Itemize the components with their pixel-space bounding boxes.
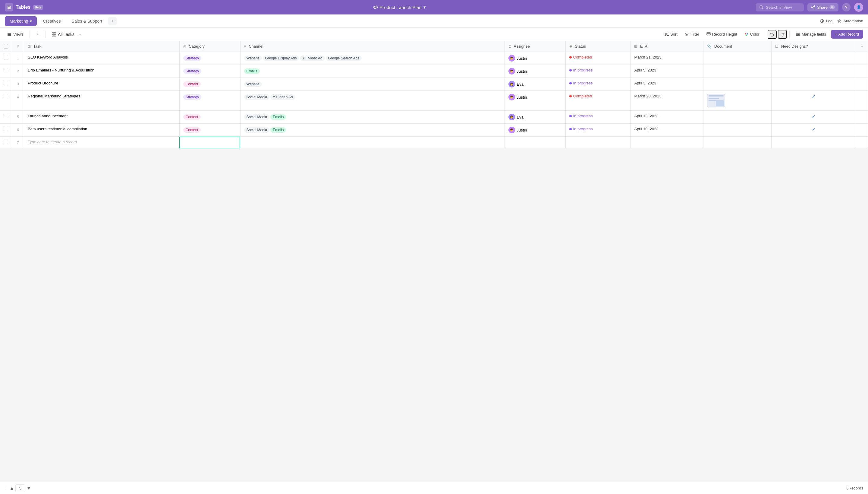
channel-cell[interactable]: Website (240, 78, 505, 91)
row-checkbox[interactable] (4, 127, 8, 131)
add-record-button[interactable]: + Add Record (831, 30, 863, 39)
manage-fields-button[interactable]: Manage fields (792, 30, 830, 38)
tab-marketing[interactable]: Marketing ▾ (5, 16, 37, 26)
eta-col-header[interactable]: ▦ ETA (631, 41, 704, 52)
need-designs-col-header[interactable]: ☑ Need Designs? (772, 41, 856, 52)
document-cell[interactable] (704, 78, 772, 91)
record-height-button[interactable]: Record Height (704, 30, 740, 38)
assignee-cell[interactable]: 👦Justin (505, 124, 566, 137)
filter-button[interactable]: Filter (682, 30, 702, 38)
channel-cell[interactable]: Social MediaYT Video Ad (240, 91, 505, 111)
task-cell[interactable]: Regional Marketing Strategies (24, 91, 180, 111)
help-button[interactable]: ? (842, 3, 850, 12)
category-col-header[interactable]: ◎ Category (179, 41, 240, 52)
automation-button[interactable]: Automation (837, 19, 863, 23)
row-checkbox[interactable] (4, 94, 8, 98)
need-designs-check: ✓ (812, 94, 815, 99)
task-cell[interactable]: Launch announcement (24, 111, 180, 124)
category-cell[interactable]: Content (179, 124, 240, 137)
app-logo[interactable]: ⊞ Tables Beta (5, 3, 43, 12)
new-record-row[interactable]: 7 Type here to create a record (0, 137, 868, 148)
svg-rect-11 (54, 34, 56, 36)
add-tab-button[interactable]: + (108, 17, 117, 25)
eta-cell[interactable]: March 20, 2023 (631, 91, 704, 111)
document-col-label: Document (714, 44, 732, 49)
channel-tag: Google Display Ads (263, 56, 299, 61)
assignee-cell[interactable]: 👩Eva (505, 78, 566, 91)
channel-cell[interactable]: Social MediaEmails (240, 111, 505, 124)
category-cell[interactable]: Strategy (179, 91, 240, 111)
need-designs-cell[interactable]: ✓ (772, 111, 856, 124)
need-designs-check: ✓ (812, 114, 815, 119)
status-cell[interactable]: Completed (566, 91, 631, 111)
need-designs-cell[interactable]: ✓ (772, 124, 856, 137)
assignee-col-header[interactable]: ⊙ Assignee (505, 41, 566, 52)
channel-cell[interactable]: Social MediaEmails (240, 124, 505, 137)
category-cell[interactable]: Content (179, 111, 240, 124)
need-designs-cell[interactable] (772, 78, 856, 91)
add-view-button[interactable]: + (34, 30, 42, 38)
share-button[interactable]: Share 6 (807, 3, 839, 12)
row-checkbox[interactable] (4, 114, 8, 118)
document-col-header[interactable]: 📎 Document (704, 41, 772, 52)
row-checkbox[interactable] (4, 81, 8, 86)
document-cell[interactable] (704, 124, 772, 137)
tab-sales-support[interactable]: Sales & Support (67, 16, 107, 26)
document-cell[interactable] (704, 91, 772, 111)
status-cell[interactable]: In progress (566, 78, 631, 91)
new-row-task[interactable]: Type here to create a record (24, 137, 180, 148)
assignee-cell[interactable]: 👦Justin (505, 65, 566, 78)
new-row-checkbox[interactable] (4, 140, 8, 144)
redo-button[interactable] (778, 30, 787, 39)
status-dot (569, 56, 572, 58)
task-cell[interactable]: SEO Keyword Analysis (24, 52, 180, 65)
category-cell[interactable]: Strategy (179, 65, 240, 78)
svg-rect-13 (707, 34, 710, 35)
undo-button[interactable] (768, 30, 777, 39)
row-checkbox[interactable] (4, 68, 8, 72)
document-cell[interactable] (704, 111, 772, 124)
log-button[interactable]: Log (820, 19, 833, 23)
user-avatar[interactable]: 👤 (854, 3, 863, 12)
view-options-icon[interactable]: ··· (76, 31, 82, 38)
eta-cell[interactable]: April 5, 2023 (631, 65, 704, 78)
task-cell[interactable]: Drip Emailers - Nurturing & Acquisition (24, 65, 180, 78)
sort-button[interactable]: Sort (662, 30, 680, 38)
add-field-col[interactable]: + (856, 41, 868, 52)
search-box[interactable]: Search in View (755, 3, 804, 12)
task-col-header[interactable]: ⊡ Task (24, 41, 180, 52)
task-cell[interactable]: Beta users testimonial compilation (24, 124, 180, 137)
document-cell[interactable] (704, 65, 772, 78)
channel-cell[interactable]: WebsiteGoogle Display AdsYT Video AdGoog… (240, 52, 505, 65)
document-cell[interactable] (704, 52, 772, 65)
assignee-cell[interactable]: 👦Justin (505, 52, 566, 65)
assignee-cell[interactable]: 👦Justin (505, 91, 566, 111)
assignee-col-label: Assignee (514, 44, 530, 49)
views-button[interactable]: Views (5, 30, 26, 38)
project-title[interactable]: Product Launch Plan ▾ (373, 4, 426, 10)
color-button[interactable]: Color (742, 30, 763, 38)
status-cell[interactable]: In progress (566, 124, 631, 137)
tab-creatives[interactable]: Creatives (38, 16, 65, 26)
select-all-checkbox[interactable] (4, 44, 8, 49)
new-row-channel[interactable] (179, 137, 240, 148)
task-cell[interactable]: Product Brochure (24, 78, 180, 91)
eta-cell[interactable]: April 13, 2023 (631, 111, 704, 124)
status-cell[interactable]: In progress (566, 65, 631, 78)
channel-cell[interactable]: Emails (240, 65, 505, 78)
need-designs-cell[interactable]: ✓ (772, 91, 856, 111)
need-designs-cell[interactable] (772, 65, 856, 78)
status-col-header[interactable]: ◉ Status (566, 41, 631, 52)
need-designs-cell[interactable] (772, 52, 856, 65)
status-cell[interactable]: Completed (566, 52, 631, 65)
status-cell[interactable]: In progress (566, 111, 631, 124)
eta-cell[interactable]: April 3, 2023 (631, 78, 704, 91)
row-checkbox[interactable] (4, 55, 8, 59)
document-thumbnail[interactable] (707, 94, 725, 107)
eta-cell[interactable]: April 10, 2023 (631, 124, 704, 137)
eta-cell[interactable]: March 21, 2023 (631, 52, 704, 65)
category-cell[interactable]: Content (179, 78, 240, 91)
assignee-cell[interactable]: 👩Eva (505, 111, 566, 124)
channel-col-header[interactable]: ≡ Channel (240, 41, 505, 52)
category-cell[interactable]: Strategy (179, 52, 240, 65)
